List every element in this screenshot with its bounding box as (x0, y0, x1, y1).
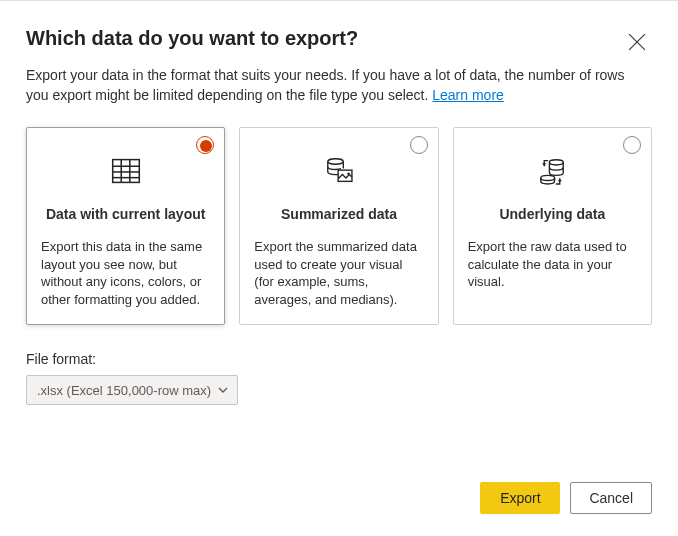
radio-unselected-icon (623, 136, 641, 154)
svg-point-11 (550, 160, 564, 165)
option-title: Data with current layout (41, 206, 210, 222)
export-button[interactable]: Export (480, 482, 560, 514)
dialog-description: Export your data in the format that suit… (26, 66, 646, 105)
option-data-current-layout[interactable]: Data with current layout Export this dat… (26, 127, 225, 325)
database-picture-icon (254, 146, 423, 196)
radio-selected-icon (196, 136, 214, 154)
export-data-dialog: Which data do you want to export? Export… (0, 0, 678, 536)
description-text: Export your data in the format that suit… (26, 67, 624, 103)
dialog-title: Which data do you want to export? (26, 27, 358, 50)
option-description: Export this data in the same layout you … (41, 238, 210, 308)
learn-more-link[interactable]: Learn more (432, 87, 504, 103)
chevron-down-icon (217, 384, 229, 396)
database-sync-icon (468, 146, 637, 196)
dialog-footer: Export Cancel (480, 482, 652, 514)
close-button[interactable] (622, 27, 652, 60)
svg-point-10 (347, 173, 349, 175)
radio-unselected-icon (410, 136, 428, 154)
file-format-label: File format: (26, 351, 652, 367)
option-summarized-data[interactable]: Summarized data Export the summarized da… (239, 127, 438, 325)
cancel-button[interactable]: Cancel (570, 482, 652, 514)
option-description: Export the raw data used to calculate th… (468, 238, 637, 291)
svg-point-8 (328, 159, 344, 165)
close-icon (628, 33, 646, 51)
svg-rect-2 (112, 160, 139, 183)
option-description: Export the summarized data used to creat… (254, 238, 423, 308)
option-title: Underlying data (468, 206, 637, 222)
option-title: Summarized data (254, 206, 423, 222)
svg-point-12 (541, 176, 555, 181)
dialog-header: Which data do you want to export? (26, 21, 652, 60)
file-format-value: .xlsx (Excel 150,000-row max) (37, 383, 211, 398)
option-underlying-data[interactable]: Underlying data Export the raw data used… (453, 127, 652, 325)
table-icon (41, 146, 210, 196)
export-options: Data with current layout Export this dat… (26, 127, 652, 325)
file-format-select[interactable]: .xlsx (Excel 150,000-row max) (26, 375, 238, 405)
